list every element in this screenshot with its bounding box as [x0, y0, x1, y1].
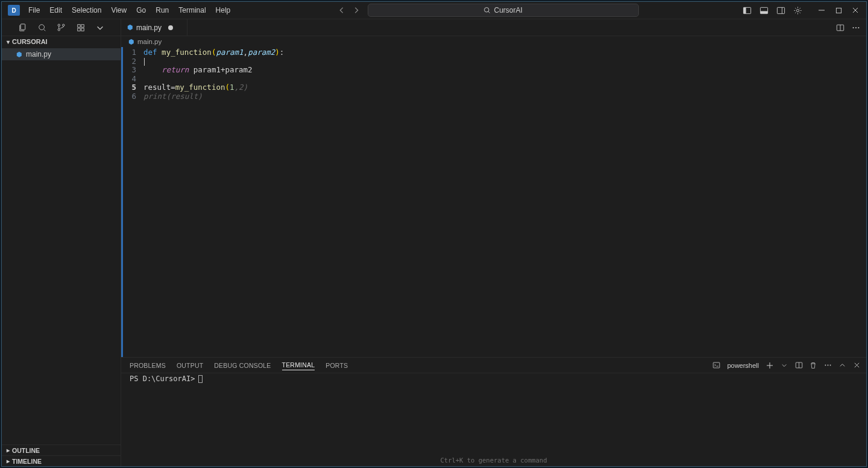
split-horizontal-icon	[795, 361, 803, 369]
explorer-folder-name: CURSORAI	[12, 38, 48, 45]
terminal-hint: Ctrl+K to generate a command	[440, 457, 547, 464]
terminal-prompt-line: PS D:\CursorAI>	[130, 375, 861, 383]
extensions-button[interactable]	[76, 23, 86, 33]
maximize-panel-button[interactable]	[836, 359, 848, 372]
terminal-body[interactable]: PS D:\CursorAI> Ctrl+K to generate a com…	[121, 373, 866, 466]
ghost-suggestion: print(result)	[143, 92, 203, 101]
gear-icon	[793, 6, 802, 15]
menu-go[interactable]: Go	[131, 2, 151, 19]
nav-forward-button[interactable]	[351, 5, 362, 16]
chevron-down-icon: ▾	[7, 39, 10, 45]
svg-point-24	[825, 365, 826, 366]
close-icon	[854, 362, 860, 368]
menu-terminal[interactable]: Terminal	[174, 2, 210, 19]
editor-body[interactable]: 1 2 3 4 5 6 def my_function(param1,param…	[121, 47, 866, 357]
menu-file[interactable]: File	[24, 2, 45, 19]
title-bar: D File Edit Selection View Go Run Termin…	[2, 2, 866, 19]
search-button[interactable]	[37, 23, 47, 33]
explorer-folder-header[interactable]: ▾ CURSORAI	[2, 36, 121, 47]
source-control-button[interactable]	[57, 23, 66, 33]
svg-rect-8	[836, 8, 841, 13]
explorer-button[interactable]	[18, 23, 28, 33]
terminal-dropdown-button[interactable]	[778, 359, 790, 372]
terminal-shell-name: powershell	[725, 362, 761, 369]
bottom-panel: PROBLEMS OUTPUT DEBUG CONSOLE TERMINAL P…	[121, 357, 866, 466]
code-token: result=	[143, 83, 175, 92]
svg-point-11	[58, 24, 60, 26]
command-center-search[interactable]: CursorAI	[368, 4, 639, 17]
sidebar-section-outline[interactable]: ▸ OUTLINE	[2, 444, 121, 455]
panel-tab-terminal[interactable]: TERMINAL	[282, 360, 315, 370]
more-views-button[interactable]	[95, 23, 105, 33]
menu-bar: File Edit Selection View Go Run Terminal…	[24, 2, 235, 19]
arrow-left-icon	[338, 6, 346, 14]
menu-edit[interactable]: Edit	[45, 2, 67, 19]
trash-icon	[810, 362, 817, 369]
plus-icon	[766, 362, 773, 369]
python-file-icon: ⬢	[16, 51, 22, 58]
breadcrumb-file: main.py	[137, 38, 162, 45]
file-item-main-py[interactable]: ⬢ main.py	[2, 48, 121, 60]
menu-help[interactable]: Help	[211, 2, 236, 19]
menu-selection[interactable]: Selection	[67, 2, 106, 19]
tab-dirty-indicator	[168, 25, 173, 30]
nav-back-button[interactable]	[336, 5, 347, 16]
main-area: ▾ CURSORAI ⬢ main.py ▸ OUTLINE ▸ TIMELIN…	[2, 19, 866, 466]
panel-tab-problems[interactable]: PROBLEMS	[130, 361, 166, 370]
code-token: def	[143, 48, 157, 57]
sidebar: ▾ CURSORAI ⬢ main.py ▸ OUTLINE ▸ TIMELIN…	[2, 19, 121, 466]
toggle-primary-sidebar-button[interactable]	[740, 3, 754, 17]
code-token: my_function	[162, 48, 212, 57]
python-file-icon: ⬢	[127, 24, 133, 31]
line-number: 6	[123, 92, 136, 101]
tab-main-py[interactable]: ⬢ main.py	[121, 19, 187, 36]
terminal-prompt: PS D:\CursorAI>	[130, 375, 195, 383]
breadcrumb[interactable]: ⬢ main.py	[121, 36, 866, 47]
kill-terminal-button[interactable]	[807, 359, 819, 372]
svg-point-20	[855, 27, 857, 28]
ellipsis-icon	[824, 361, 832, 369]
split-terminal-button[interactable]	[793, 359, 805, 372]
layout-sidebar-left-icon	[743, 6, 752, 15]
svg-rect-22	[713, 362, 720, 368]
window-close-button[interactable]	[848, 3, 863, 17]
files-icon	[18, 23, 27, 32]
window-maximize-button[interactable]	[831, 3, 846, 17]
split-editor-button[interactable]	[834, 21, 847, 34]
svg-point-12	[58, 29, 60, 31]
tab-bar: ⬢ main.py	[121, 19, 866, 36]
code-token: param1+param2	[193, 65, 253, 74]
menu-run[interactable]: Run	[151, 2, 174, 19]
code-token: param1	[216, 48, 243, 57]
code-token: (	[225, 83, 230, 92]
panel-tab-ports[interactable]: PORTS	[326, 361, 348, 370]
svg-point-7	[796, 9, 799, 11]
file-item-label: main.py	[26, 50, 51, 58]
maximize-icon	[835, 7, 842, 14]
code-token: )	[275, 48, 280, 57]
svg-point-26	[829, 365, 831, 366]
line-number: 1	[123, 48, 136, 57]
panel-tab-debug-console[interactable]: DEBUG CONSOLE	[214, 361, 271, 370]
new-terminal-button[interactable]	[764, 359, 776, 372]
line-number: 2	[123, 57, 136, 66]
window-minimize-button[interactable]	[814, 3, 829, 17]
panel-tab-output[interactable]: OUTPUT	[177, 361, 203, 370]
svg-rect-17	[81, 28, 83, 30]
toggle-panel-button[interactable]	[756, 3, 771, 17]
svg-rect-4	[760, 11, 767, 13]
menu-view[interactable]: View	[106, 2, 131, 19]
python-file-icon: ⬢	[128, 38, 134, 46]
terminal-profile-button[interactable]	[710, 359, 722, 372]
close-panel-button[interactable]	[851, 359, 863, 372]
settings-button[interactable]	[790, 3, 805, 17]
sidebar-section-timeline[interactable]: ▸ TIMELINE	[2, 455, 121, 466]
code-token: 1	[230, 83, 234, 92]
code-content[interactable]: def my_function(param1,param2): return p…	[140, 47, 866, 357]
panel-more-button[interactable]	[822, 359, 834, 372]
editor-more-button[interactable]	[849, 21, 863, 34]
ellipsis-icon	[852, 24, 860, 32]
split-horizontal-icon	[836, 24, 844, 32]
toggle-secondary-sidebar-button[interactable]	[773, 3, 788, 17]
close-icon	[852, 7, 859, 14]
